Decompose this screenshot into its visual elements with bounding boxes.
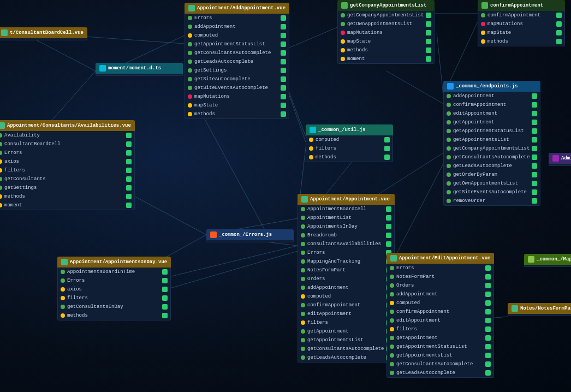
node-type-icon [481, 2, 488, 9]
node-add-appointment[interactable]: Appointment/AddAppointment.vue Errors ad… [185, 3, 289, 119]
row-label: methods [194, 110, 215, 118]
row-label: getCompanyAppointmentsList [453, 145, 530, 152]
node-type-icon [61, 259, 68, 265]
port-right [426, 30, 431, 35]
port-right [426, 47, 431, 53]
node-row: getLeadsAutocomplete [444, 162, 540, 170]
port-right [162, 278, 168, 283]
node-appointments-in-day[interactable]: Appointment/AppointmentsInDay.vue Appoin… [57, 257, 171, 320]
row-label: getOwnAppointmentsList [347, 20, 412, 28]
node-admin[interactable]: Admi [549, 153, 571, 166]
node-appointment-appointment[interactable]: Appointment/Appointment.vue AppointmentB… [298, 194, 395, 363]
port-right [162, 287, 168, 292]
node-row: methods [0, 192, 134, 201]
node-consultants-availabilities[interactable]: Appointment/Consultants/Availabilities.v… [0, 120, 135, 210]
node-row: filters [306, 144, 392, 153]
node-row: Orders [387, 281, 493, 290]
port-right [281, 50, 286, 56]
row-label: confirmAppointment [487, 11, 540, 19]
port-right [126, 133, 132, 138]
node-common-mapping[interactable]: _common_/MappingA [524, 254, 571, 267]
node-common-errors[interactable]: _common_/Errors.js [206, 229, 294, 242]
node-row: filters [387, 325, 493, 334]
node-title: getCompanyAppointmentsList [350, 3, 426, 8]
row-label: computed [396, 299, 420, 307]
row-label: moment [347, 55, 365, 63]
node-moment[interactable]: moment/moment.d.ts [96, 63, 183, 76]
row-label: mapMutations [347, 29, 383, 37]
node-title: _common_/endpoints.js [456, 84, 518, 89]
row-label: getSettings [194, 67, 227, 74]
node-row: methods [58, 311, 170, 320]
node-common-endpoints[interactable]: _common_/endpoints.js addAppointment con… [443, 81, 540, 206]
node-row: getAppointmentStatusList [185, 40, 289, 49]
dot-icon [390, 345, 394, 349]
dot-icon [301, 347, 305, 351]
row-label: Breadcrumb [307, 231, 337, 239]
row-label: getConsultantsAutocomplete [307, 345, 384, 353]
row-label: editAppointment [396, 317, 441, 324]
port-right [426, 39, 431, 44]
node-edit-appointment[interactable]: Appointment/EditAppointment.vue Errors N… [386, 253, 494, 378]
node-row: computed [185, 31, 289, 40]
node-type-icon [0, 122, 5, 129]
dot-icon [390, 336, 394, 340]
node-row: getLeadsAutocomplete [298, 353, 394, 362]
port-right [281, 41, 286, 47]
dot-icon [341, 13, 345, 17]
node-row: addAppointment [298, 283, 394, 292]
dot-icon [481, 22, 485, 26]
row-label: AppointmentsInDay [307, 223, 358, 230]
port-right [281, 68, 286, 73]
node-title: Appointment/Consultants/Availabilities.v… [7, 123, 131, 128]
node-row: addAppointment [185, 22, 289, 31]
dot-icon [188, 86, 192, 90]
dot-icon [188, 42, 192, 46]
port-right [485, 326, 491, 332]
node-title: confirmAppointment [490, 3, 543, 8]
node-consultant-board-cell[interactable]: t/ConsultantBoardCell.vue [0, 27, 87, 40]
node-row: axios [58, 285, 170, 294]
node-row: Errors [185, 14, 289, 22]
node-type-icon [341, 2, 348, 9]
port-right [126, 159, 132, 164]
node-row: getCompanyAppointmentsList [338, 11, 434, 20]
row-label: mapState [487, 29, 511, 37]
port-right [281, 76, 286, 82]
row-label: mapState [194, 102, 218, 109]
node-row: getAppointmentsList [298, 336, 394, 345]
node-top-right-node[interactable]: getCompanyAppointmentsList getCompanyApp… [337, 0, 435, 64]
port-right [532, 198, 537, 204]
port-right [384, 137, 390, 142]
node-confirm-top[interactable]: confirmAppointment confirmAppointment ma… [478, 0, 565, 46]
dot-icon [0, 133, 2, 138]
row-label: getConsultantsAutocomplete [396, 360, 473, 368]
row-label: methods [487, 38, 508, 45]
row-label: NotesFormPart [307, 266, 346, 274]
row-label: NotesFormPart [396, 273, 435, 281]
node-common-util[interactable]: _common_/util.js computed filters method… [306, 124, 393, 162]
node-title: _common_/Errors.js [219, 232, 272, 237]
row-label: Errors [67, 277, 85, 284]
port-right [126, 150, 132, 156]
row-label: getSettings [4, 184, 37, 192]
node-row: filters [298, 318, 394, 327]
node-row: filters [0, 166, 134, 175]
node-notes-form-part[interactable]: Notes/NotesFormPart.vue [508, 303, 571, 316]
node-title: _common_/util.js [318, 127, 365, 133]
row-label: getAppointmentsList [307, 336, 364, 344]
port-right [532, 120, 537, 125]
svg-line-0 [33, 38, 96, 71]
dot-icon [301, 259, 305, 264]
port-right [485, 370, 491, 376]
node-row: mapState [478, 28, 564, 37]
row-label: filters [307, 319, 328, 326]
row-label: editAppointment [307, 310, 352, 318]
dot-icon [61, 296, 65, 300]
node-row: confirmAppointment [298, 301, 394, 310]
dot-icon [188, 112, 192, 116]
row-label: filters [316, 145, 336, 152]
dot-icon [301, 294, 305, 299]
node-row: AppointmentsBoardInTime [58, 268, 170, 276]
node-row: AppointmentList [298, 213, 394, 222]
